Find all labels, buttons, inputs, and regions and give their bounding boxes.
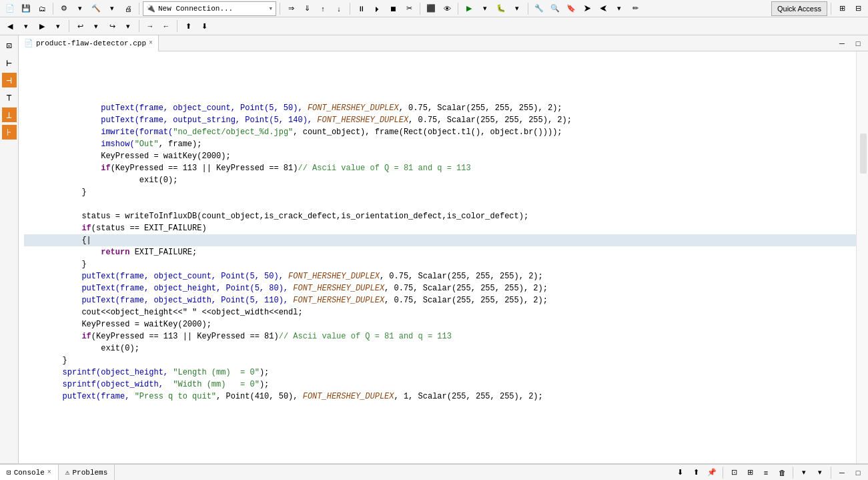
up-stack[interactable]: ⬆ [181,19,195,33]
perspective-button[interactable]: ⊞ [835,1,849,16]
save-button[interactable]: 💾 [19,1,33,16]
file-icon: 📄 [24,39,33,47]
connection-dropdown[interactable]: 🔌 New Connection... ▾ [143,1,276,16]
editor-tab[interactable]: 📄 product-flaw-detector.cpp × [19,35,159,51]
next-ann[interactable]: ⮞ [580,1,594,16]
console-sep3 [831,467,831,479]
code-line [24,198,856,210]
bottom-tab-bar: ⊡ Console × ⚠ Problems ⬇ ⬆ 📌 ⊡ ⊞ ≡ 🗑 ▾ ▾… [0,465,868,480]
code-content[interactable]: putText(frame, object_count, Point(5, 50… [19,51,856,463]
next-edit[interactable]: → [143,19,157,33]
prev-edit[interactable]: ← [159,19,173,33]
main-area: ⊡ ⊢ ⊣ ⊤ ⊥ ⊦ 📄 product-flaw-detector.cpp … [0,35,868,463]
separator7 [528,3,528,15]
run-dropdown[interactable]: ▾ [478,1,492,16]
back-dropdown[interactable]: ▾ [19,19,33,33]
separator1 [53,3,53,15]
redo-button[interactable]: ↪ [105,19,119,33]
console-newview[interactable]: ⊞ [743,465,757,480]
print-button[interactable]: 🖨 [121,1,135,16]
debug-step-over[interactable]: ⇒ [284,1,298,16]
console-icon: ⊡ [7,468,11,477]
code-line: exit(0); [24,342,856,354]
console-pin[interactable]: 📌 [705,465,719,480]
console-close-dropdown[interactable]: ▾ [797,465,811,480]
code-line: if(KeyPressed == 113 || KeyPressed == 81… [24,162,856,174]
forward-dropdown[interactable]: ▾ [51,19,65,33]
pause-button[interactable]: ⏸ [354,1,368,16]
more-tools[interactable]: 🔍 [548,1,562,16]
back-button[interactable]: ◀ [3,19,17,33]
stack-up[interactable]: ↑ [316,1,330,16]
code-line: exit(0); [24,174,856,186]
console-open[interactable]: ⊡ [727,465,741,480]
bottom-tabs: ⊡ Console × ⚠ Problems [0,465,115,481]
console-maximize[interactable]: □ [851,465,865,480]
console-options[interactable]: ≡ [759,465,773,480]
code-line: KeyPressed = waitKey(2000); [24,318,856,330]
debug-dropdown[interactable]: ▾ [510,1,524,16]
editor-maximize[interactable]: □ [851,36,865,51]
problems-tab[interactable]: ⚠ Problems [59,465,115,481]
code-line: } [24,186,856,198]
sidebar-icon-2[interactable]: ⊢ [2,55,17,70]
ann-dropdown[interactable]: ▾ [612,1,626,16]
build-button[interactable]: 🔨 [89,1,103,16]
debug-step-into[interactable]: ⇓ [300,1,314,16]
console-minimize[interactable]: ─ [835,465,849,480]
stack-down[interactable]: ↓ [332,1,346,16]
console-scroll-up[interactable]: ⬆ [689,465,703,480]
sidebar-icon-3[interactable]: ⊣ [2,73,17,87]
settings-button[interactable]: ⚙ [57,1,71,16]
tab-close-button[interactable]: × [149,39,153,47]
undo-button[interactable]: ↩ [73,19,87,33]
console-tab[interactable]: ⊡ Console × [0,465,59,481]
prev-ann[interactable]: ⮜ [596,1,610,16]
console-tab-close[interactable]: × [47,469,51,476]
new-button[interactable]: 📄 [3,1,17,16]
minimap [856,51,868,463]
connection-label: New Connection... [158,5,233,13]
perspective-switch[interactable]: ⊟ [851,1,865,16]
build-dropdown[interactable]: ▾ [105,1,119,16]
sidebar-icon-6[interactable]: ⊦ [2,125,17,140]
separator4 [350,3,350,15]
settings-dropdown[interactable]: ▾ [73,1,87,16]
resume-button[interactable]: ⏵ [370,1,384,16]
undo-dropdown[interactable]: ▾ [89,19,103,33]
separator3 [280,3,280,15]
disconnect-button[interactable]: ✂ [402,1,416,16]
code-line: imshow("Out", frame); [24,138,856,150]
problems-tab-label: Problems [72,469,107,477]
sidebar-icon-1[interactable]: ⊡ [2,38,17,53]
code-line: } [24,354,856,367]
separator9 [69,20,69,32]
run-button[interactable]: ▶ [462,1,476,16]
sidebar-icon-4[interactable]: ⊤ [2,90,17,105]
external-tools[interactable]: 🔧 [532,1,546,16]
pencil-button[interactable]: ✏ [628,1,642,16]
forward-button[interactable]: ▶ [35,19,49,33]
down-stack[interactable]: ⬇ [197,19,211,33]
code-editor: putText(frame, object_count, Point(5, 50… [19,51,868,463]
toolbar-area: 📄 💾 🗂 ⚙ ▾ 🔨 ▾ 🖨 🔌 New Connection... ▾ ⇒ … [0,0,868,35]
sidebar-icon-5[interactable]: ⊥ [2,107,17,122]
code-line: status = writeToInfluxDB(count_object,is… [24,210,856,222]
console-scroll-down[interactable]: ⬇ [673,465,687,480]
editor-tab-bar: 📄 product-flaw-detector.cpp × ─ □ [19,35,868,51]
breakpoint-button[interactable]: ⬛ [424,1,438,16]
bookmarks[interactable]: 🔖 [564,1,578,16]
console-clear[interactable]: 🗑 [775,465,789,480]
stop-button[interactable]: ⏹ [386,1,400,16]
watch-button[interactable]: 👁 [440,1,454,16]
scrollbar-vertical[interactable] [860,134,867,174]
debug-run-button[interactable]: 🐛 [494,1,508,16]
bottom-panel: ⊡ Console × ⚠ Problems ⬇ ⬆ 📌 ⊡ ⊞ ≡ 🗑 ▾ ▾… [0,463,868,480]
console-view-menu[interactable]: ▾ [813,465,827,480]
editor-minimize[interactable]: ─ [835,36,849,51]
redo-dropdown[interactable]: ▾ [121,19,135,33]
bottom-toolbar: ⬇ ⬆ 📌 ⊡ ⊞ ≡ 🗑 ▾ ▾ ─ □ [670,465,868,480]
quick-access-button[interactable]: Quick Access [771,1,827,16]
separator2 [139,3,139,15]
save-all-button[interactable]: 🗂 [35,1,49,16]
